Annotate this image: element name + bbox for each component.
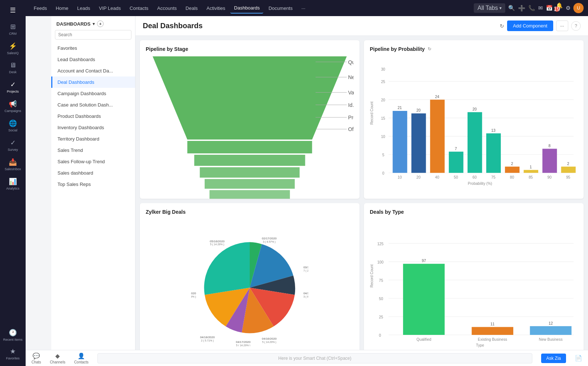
sidebar-logo[interactable]: ☰ — [0, 3, 26, 18]
bottom-channels[interactable]: ◆ Channels — [50, 352, 65, 364]
top-nav-actions: All Tabs ▾ 🔍 ➕ 📞 ✉ 📅 🔔 19 ⚙ U — [474, 2, 584, 14]
deals-type-title: Deals by Type — [370, 209, 578, 215]
svg-text:10: 10 — [398, 175, 402, 179]
nav-deals[interactable]: Deals — [182, 3, 201, 13]
nav-item-campaigns[interactable]: 📢 Campaigns — [0, 97, 26, 116]
sidebar-item-sales-dashboard[interactable]: Sales dashboard — [51, 167, 135, 179]
pipeline-stage-title: Pipeline by Stage — [146, 46, 354, 52]
nav-documents[interactable]: Documents — [265, 3, 296, 13]
favorites-icon: ★ — [10, 347, 16, 355]
svg-rect-55 — [449, 152, 464, 173]
funnel-svg: Qualification Needs Analysis Value Propo… — [146, 56, 354, 199]
svg-rect-5 — [209, 190, 290, 199]
analytics-icon: 📊 — [9, 178, 17, 186]
search-icon[interactable]: 🔍 — [508, 5, 515, 11]
nav-accounts[interactable]: Accounts — [153, 3, 180, 13]
svg-text:Existing Business: Existing Business — [478, 337, 507, 341]
svg-text:Qualification: Qualification — [348, 59, 354, 65]
main-area: DASHBOARDS ▾ + Favorites Lead Dashboards… — [51, 16, 588, 366]
nav-home[interactable]: Home — [52, 3, 72, 13]
sidebar-item-lead-dashboards[interactable]: Lead Dashboards — [51, 54, 135, 65]
sidebar-item-territory-dashboard[interactable]: Territory Dashboard — [51, 133, 135, 145]
nav-vip-leads[interactable]: VIP Leads — [95, 3, 124, 13]
svg-text:0: 0 — [379, 333, 381, 337]
ask-zia-button[interactable]: Ask Zia — [541, 354, 566, 363]
sidebar-item-sales-trend[interactable]: Sales Trend — [51, 145, 135, 156]
nav-leads[interactable]: Leads — [74, 3, 94, 13]
svg-text:05/16/2020: 05/16/2020 — [210, 239, 225, 243]
avatar[interactable]: U — [573, 3, 584, 13]
svg-text:Id. Decision Makers: Id. Decision Makers — [348, 102, 354, 108]
nav-more[interactable]: ··· — [298, 3, 309, 13]
nav-dashboards[interactable]: Dashboards — [230, 3, 263, 14]
svg-text:25: 25 — [379, 315, 383, 319]
add-dashboard-icon[interactable]: + — [97, 20, 104, 27]
sidebar-item-sales-followup[interactable]: Sales Follow-up Trend — [51, 156, 135, 167]
nav-item-salesiq[interactable]: ⚡ SalesIQ — [0, 39, 26, 58]
salesinbox-icon: 📥 — [9, 158, 17, 166]
nav-item-social[interactable]: 🌐 Social — [0, 116, 26, 135]
nav-feeds[interactable]: Feeds — [30, 3, 51, 13]
all-tabs-button[interactable]: All Tabs ▾ — [474, 3, 505, 13]
nav-activities[interactable]: Activities — [203, 3, 229, 13]
svg-text:21: 21 — [398, 106, 402, 110]
sidebar-item-product-dashboards[interactable]: Product Dashboards — [51, 111, 135, 122]
svg-text:100: 100 — [377, 260, 383, 264]
header-actions: ↻ Add Component ··· ? — [500, 20, 581, 31]
sidebar-item-deal-dashboards[interactable]: Deal Dashboards — [51, 76, 135, 88]
prob-refresh-icon[interactable]: ↻ — [428, 46, 431, 52]
svg-text:Qualified: Qualified — [417, 337, 432, 341]
search-input[interactable] — [55, 30, 131, 40]
svg-text:5 ( 14.29% ): 5 ( 14.29% ) — [236, 344, 250, 346]
settings-icon[interactable]: ⚙ — [566, 5, 570, 11]
svg-rect-61 — [505, 167, 520, 173]
add-icon[interactable]: ➕ — [518, 5, 525, 12]
dropdown-icon[interactable]: ▾ — [93, 22, 95, 26]
svg-text:5 ( 14.29% ): 5 ( 14.29% ) — [210, 243, 224, 246]
mail-icon[interactable]: ✉ — [538, 5, 543, 11]
nav-item-favorites[interactable]: ★ Favorites — [0, 344, 26, 363]
add-component-button[interactable]: Add Component — [507, 20, 553, 31]
smart-chat-input[interactable]: Here is your Smart Chat (Ctrl+Space) — [97, 353, 532, 363]
svg-text:13: 13 — [491, 128, 496, 132]
sidebar-item-favorites[interactable]: Favorites — [51, 42, 135, 54]
svg-text:7 ( 20.00% ): 7 ( 20.00% ) — [304, 269, 308, 272]
nav-item-survey[interactable]: ✓ Survey — [0, 136, 26, 154]
svg-text:04/23/2020: 04/23/2020 — [191, 291, 196, 295]
more-options-button[interactable]: ··· — [556, 20, 568, 31]
zylker-title: Zylker Big Deals — [146, 209, 354, 215]
sidebar-item-top-sales-reps[interactable]: Top Sales Reps — [51, 179, 135, 190]
sidebar-item-campaign-dashboards[interactable]: Campaign Dashboards — [51, 88, 135, 99]
nav-item-crm[interactable]: ⊞ CRM — [0, 20, 26, 38]
nav-item-recent[interactable]: 🕐 Recent Items — [0, 326, 26, 344]
nav-item-analytics[interactable]: 📊 Analytics — [0, 175, 26, 193]
sidebar-item-account-contact[interactable]: Account and Contact Da... — [51, 65, 135, 76]
calendar-icon[interactable]: 📅 — [546, 5, 553, 11]
nav-contacts[interactable]: Contacts — [126, 3, 152, 13]
phone-icon[interactable]: 📞 — [528, 5, 535, 11]
svg-rect-49 — [392, 111, 407, 173]
bottom-chats[interactable]: 💬 Chats — [31, 352, 41, 364]
svg-text:04/18/2020: 04/18/2020 — [200, 335, 215, 339]
svg-marker-0 — [153, 56, 347, 139]
deals-type-chart-area: Record Count 0 25 50 75 100 125 — [370, 219, 578, 356]
top-nav: Feeds Home Leads VIP Leads Contacts Acco… — [26, 0, 588, 16]
sidebar-item-case-solution[interactable]: Case and Solution Dash... — [51, 99, 135, 111]
svg-text:30: 30 — [381, 67, 386, 71]
svg-text:04/17/2020: 04/17/2020 — [236, 340, 251, 344]
svg-text:Needs Analysis: Needs Analysis — [348, 74, 354, 80]
svg-text:1: 1 — [530, 165, 532, 169]
recent-icon: 🕐 — [9, 329, 17, 337]
help-button[interactable]: ? — [571, 21, 581, 31]
svg-text:60: 60 — [473, 175, 477, 179]
sidebar-item-inventory-dashboards[interactable]: Inventory Dashboards — [51, 122, 135, 133]
bottom-contacts[interactable]: 👤 Contacts — [74, 352, 88, 364]
refresh-icon[interactable]: ↻ — [500, 23, 504, 29]
nav-item-salesinbox[interactable]: 📥 SalesInbox — [0, 155, 26, 174]
nav-item-projects[interactable]: ✓ Projects — [0, 78, 26, 96]
nav-item-desk[interactable]: 🖥 Desk — [0, 59, 26, 77]
svg-rect-3 — [200, 167, 300, 178]
social-icon: 🌐 — [9, 119, 17, 127]
svg-text:2: 2 — [567, 162, 569, 166]
bottom-doc-icon[interactable]: 📄 — [575, 355, 582, 362]
